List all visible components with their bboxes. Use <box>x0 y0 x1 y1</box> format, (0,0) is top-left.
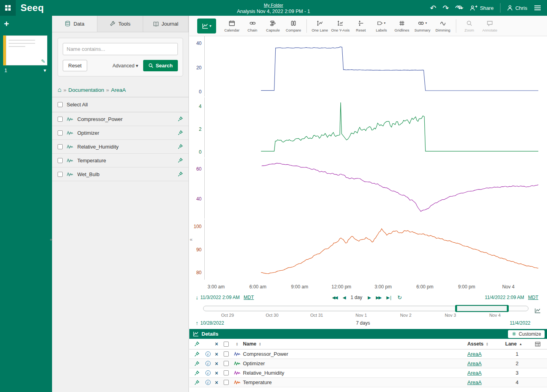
pin-icon[interactable] <box>194 380 200 385</box>
list-item[interactable]: Optimizer <box>52 126 189 140</box>
toolbar-button-calendar[interactable]: Calendar <box>222 19 242 33</box>
y-axis[interactable]: 8090100 <box>189 219 203 280</box>
timezone-link[interactable]: MDT <box>244 295 254 300</box>
overview-track[interactable] <box>203 306 528 311</box>
step-back-half-icon[interactable]: ◀ <box>343 295 345 300</box>
breadcrumb-link-areaa[interactable]: AreaA <box>111 87 126 93</box>
asset-link[interactable]: AreaA <box>467 370 482 376</box>
advanced-toggle[interactable]: Advanced ▾ <box>112 63 138 69</box>
auto-update-icon[interactable]: ↻ <box>398 294 402 301</box>
sort-icon[interactable]: ▲▼ <box>259 342 261 346</box>
y-axis[interactable]: 024 <box>189 97 203 158</box>
tab-tools[interactable]: Tools <box>97 16 143 32</box>
reset-button[interactable]: Reset <box>63 60 87 71</box>
column-name[interactable]: Name <box>243 341 256 347</box>
toolbar-button-capsule[interactable]: Capsule <box>263 19 283 33</box>
redo-icon[interactable]: ↷ <box>442 4 449 12</box>
customize-button[interactable]: Customize <box>508 330 545 338</box>
chevron-down-icon[interactable]: ▾ <box>43 67 46 73</box>
view-mode-dropdown[interactable]: ▾ <box>197 19 216 33</box>
row-checkbox[interactable] <box>224 361 229 366</box>
pin-column-icon[interactable] <box>194 341 200 347</box>
breadcrumb-link-documentation[interactable]: Documentation <box>68 87 104 93</box>
column-assets[interactable]: Assets <box>467 341 484 347</box>
info-icon[interactable]: i <box>205 351 211 357</box>
row-checkbox[interactable] <box>224 380 229 385</box>
step-back-full-icon[interactable]: ◀◀ <box>332 295 337 300</box>
my-folder-link[interactable]: My Folder <box>264 3 283 7</box>
pin-icon[interactable] <box>177 144 183 149</box>
list-item[interactable]: Compressor_Power <box>52 112 189 126</box>
item-checkbox[interactable] <box>58 117 63 122</box>
step-forward-full-icon[interactable]: ▶▶ <box>376 295 381 300</box>
duration-label[interactable]: 1 day <box>351 295 362 300</box>
tab-journal[interactable]: Journal <box>143 16 189 32</box>
item-checkbox[interactable] <box>58 130 63 136</box>
toolbar-button-annotate[interactable]: Annotate <box>480 19 500 33</box>
toolbar-button-reset[interactable]: Reset <box>351 19 371 33</box>
trend-lane-3[interactable]: 4060 <box>189 158 547 219</box>
step-forward-half-icon[interactable]: ▶ <box>368 295 370 300</box>
toolbar-button-gridlines[interactable]: Gridlines <box>392 19 412 33</box>
details-row[interactable]: i × Temperature AreaA 4 <box>189 378 547 387</box>
worksheet-thumbnail[interactable]: ✎ 1 ▾ <box>3 35 47 73</box>
remove-icon[interactable]: × <box>215 351 218 357</box>
item-checkbox[interactable] <box>58 172 63 177</box>
pin-icon[interactable] <box>177 116 183 122</box>
app-switcher-button[interactable] <box>0 0 16 16</box>
info-icon[interactable]: i <box>205 380 211 385</box>
pin-icon[interactable] <box>194 370 200 376</box>
toolbar-button-one-y-axis[interactable]: One Y-Axis <box>330 19 351 33</box>
investigate-start-icon[interactable]: ↓ <box>196 294 198 301</box>
range-start-icon[interactable]: ↑ <box>196 320 198 326</box>
overview-selection[interactable] <box>455 305 509 312</box>
remove-icon[interactable]: × <box>215 361 218 366</box>
remove-icon[interactable]: × <box>215 370 218 376</box>
row-checkbox[interactable] <box>224 370 229 375</box>
y-axis[interactable]: 4060 <box>189 158 203 219</box>
y-axis[interactable]: 02040 <box>189 36 203 97</box>
tab-data[interactable]: Data <box>52 16 97 32</box>
select-all-checkbox[interactable] <box>58 102 63 107</box>
home-icon[interactable]: ⌂ <box>58 87 62 93</box>
item-checkbox[interactable] <box>58 144 63 149</box>
row-checkbox[interactable] <box>224 351 229 357</box>
info-icon[interactable]: i <box>205 370 211 375</box>
pin-icon[interactable] <box>177 158 183 163</box>
details-row[interactable]: i × Optimizer AreaA 2 <box>189 359 547 368</box>
trend-chart-area[interactable]: 02040 024 4060 8090100 3:00 am6:00 am9:0… <box>189 36 547 292</box>
table-settings-icon[interactable] <box>535 342 541 347</box>
toolbar-button-zoom[interactable]: Zoom <box>459 19 480 33</box>
pin-icon[interactable] <box>177 171 183 177</box>
worksheet-preview[interactable]: ✎ <box>6 35 47 65</box>
list-item[interactable]: Relative_Humidity <box>52 140 189 154</box>
overview-duration[interactable]: 7 days <box>356 320 370 326</box>
collapse-panel-handle[interactable]: « <box>190 236 192 242</box>
trend-lane-2[interactable]: 024 <box>189 97 547 158</box>
sort-icon[interactable]: ▲▼ <box>486 342 488 346</box>
display-end-time[interactable]: 11/4/2022 2:09 AM <box>485 295 524 300</box>
trend-lane-1[interactable]: 02040 <box>189 36 547 97</box>
pin-icon[interactable] <box>177 130 183 136</box>
pin-icon[interactable] <box>194 361 200 366</box>
pin-icon[interactable] <box>194 351 200 357</box>
remove-icon[interactable]: × <box>215 380 218 385</box>
details-row[interactable]: i × Compressor_Power AreaA 1 <box>189 349 547 359</box>
share-button[interactable]: Share <box>470 5 494 11</box>
hamburger-menu-icon[interactable] <box>534 5 541 11</box>
step-to-end-icon[interactable]: ▶❘ <box>386 295 392 300</box>
toolbar-button-chain[interactable]: Chain <box>242 19 263 33</box>
asset-link[interactable]: AreaA <box>467 360 482 366</box>
timezone-link[interactable]: MDT <box>528 295 538 300</box>
asset-link[interactable]: AreaA <box>467 379 482 385</box>
column-lane[interactable]: Lane <box>505 341 517 347</box>
toolbar-button-summary[interactable]: ▾ Summary <box>412 19 433 33</box>
new-worksheet-button[interactable]: + <box>4 19 9 29</box>
overview-end-date[interactable]: 11/4/2022 <box>510 320 531 326</box>
x-axis[interactable]: 3:00 am6:00 am9:00 am12:00 pm3:00 pm6:00… <box>204 281 538 292</box>
item-checkbox[interactable] <box>58 158 63 163</box>
list-item[interactable]: Wet_Bulb <box>52 167 189 181</box>
redo-all-icon[interactable]: ↷↷ <box>455 4 463 12</box>
trend-lane-4[interactable]: 8090100 <box>189 219 547 280</box>
list-item[interactable]: Temperature <box>52 154 189 167</box>
